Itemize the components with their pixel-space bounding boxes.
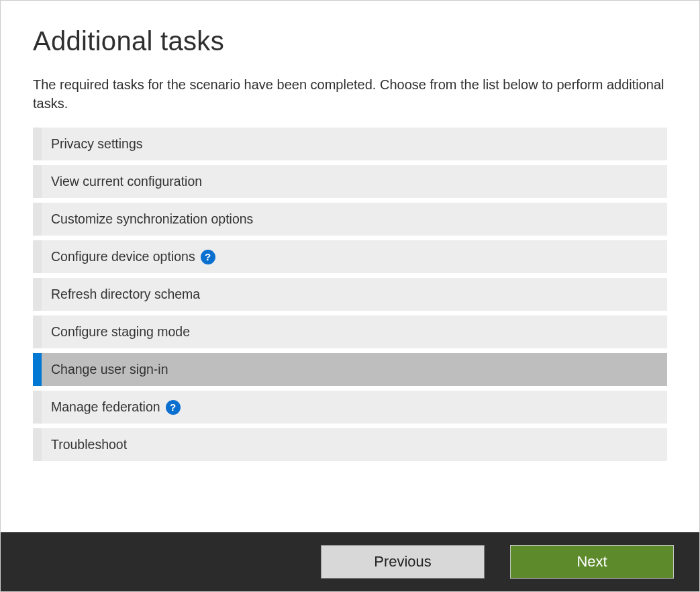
task-accent [33,315,42,348]
help-icon[interactable] [201,250,215,264]
task-accent [33,353,42,386]
task-accent [33,428,42,461]
task-label: View current configuration [42,174,202,189]
page-description: The required tasks for the scenario have… [33,75,667,113]
task-label: Configure device options [42,249,195,264]
wizard-window: Additional tasks The required tasks for … [0,0,700,592]
task-label: Privacy settings [42,136,143,152]
wizard-content: Additional tasks The required tasks for … [1,1,699,532]
task-item-troubleshoot[interactable]: Troubleshoot [33,428,667,461]
task-item-manage-federation[interactable]: Manage federation [33,391,667,424]
task-accent [33,240,42,273]
task-label: Change user sign-in [42,362,168,377]
task-item-configure-staging-mode[interactable]: Configure staging mode [33,315,667,348]
previous-button[interactable]: Previous [321,545,485,579]
next-button[interactable]: Next [510,545,674,579]
task-item-privacy-settings[interactable]: Privacy settings [33,128,667,160]
task-item-refresh-directory-schema[interactable]: Refresh directory schema [33,278,667,311]
task-label: Manage federation [42,399,160,415]
help-icon[interactable] [166,400,181,415]
wizard-footer: Previous Next [1,532,699,591]
task-accent [33,128,42,160]
task-accent [33,391,42,424]
page-title: Additional tasks [33,26,667,56]
task-item-customize-synchronization-options[interactable]: Customize synchronization options [33,203,667,236]
task-accent [33,203,42,236]
task-item-change-user-sign-in[interactable]: Change user sign-in [33,353,667,386]
task-label: Customize synchronization options [42,211,253,227]
task-item-configure-device-options[interactable]: Configure device options [33,240,667,273]
task-accent [33,165,42,198]
task-list: Privacy settingsView current configurati… [33,128,667,461]
task-accent [33,278,42,311]
task-label: Refresh directory schema [42,287,200,302]
task-label: Troubleshoot [42,437,127,452]
task-label: Configure staging mode [42,324,190,340]
task-item-view-current-configuration[interactable]: View current configuration [33,165,667,198]
